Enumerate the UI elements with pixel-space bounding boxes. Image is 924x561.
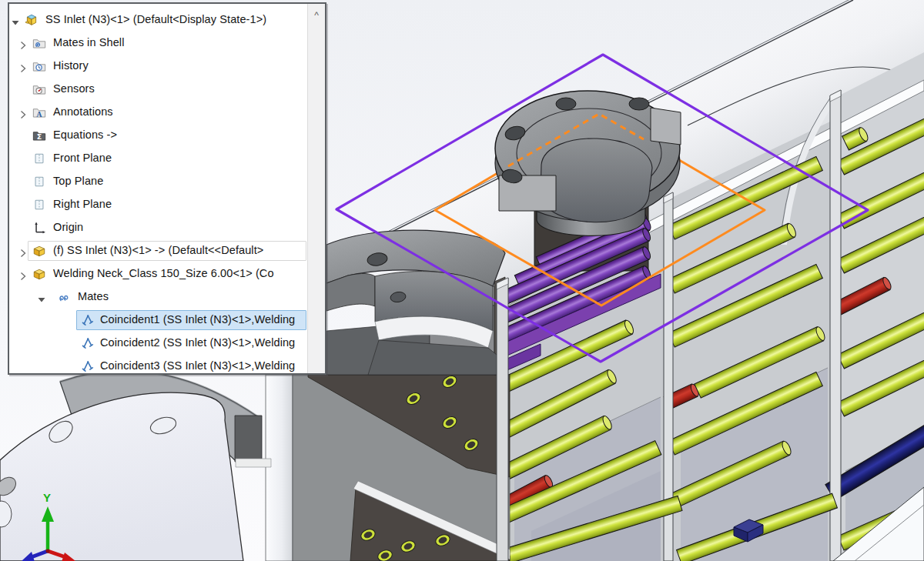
bolt-hole	[629, 98, 649, 110]
tree-item-label: (f) SS Inlet (N3)<1> -> (Default<<Defaul…	[53, 244, 263, 256]
expand-right-icon[interactable]	[18, 247, 28, 256]
tree-item-sensors[interactable]: Sensors	[9, 78, 308, 101]
tree-scrollbar[interactable]: ^	[307, 4, 325, 373]
annotations-icon: A	[32, 105, 46, 119]
svg-text:A: A	[36, 110, 42, 119]
tree-item-coincident1-ss-inlet-n3-1-we[interactable]: Coincident1 (SS Inlet (N3)<1>,Welding	[9, 309, 308, 332]
tree-item-label: History	[53, 59, 89, 72]
tree-item-label: Mates	[78, 290, 109, 302]
tree-item-label: Origin	[53, 221, 83, 233]
tree-item-label: Coincident3 (SS Inlet (N3)<1>,Welding	[100, 359, 295, 372]
tree-item-label: Right Plane	[53, 198, 112, 210]
tree-item-origin[interactable]: Origin	[9, 216, 308, 239]
history-icon	[32, 59, 46, 73]
expand-right-icon[interactable]	[18, 109, 28, 118]
part-icon	[32, 267, 46, 281]
feature-tree-panel: SS Inlet (N3)<1> (Default<Display State-…	[8, 2, 326, 375]
tree-item-coincident2-ss-inlet-n3-1-we[interactable]: Coincident2 (SS Inlet (N3)<1>,Welding	[9, 332, 308, 355]
plane-icon	[32, 175, 46, 189]
svg-text:Σ: Σ	[37, 132, 42, 141]
equations-icon: Σ	[32, 129, 46, 142]
solidworks-window: Y SS Inlet (N3)<1> (Default<Display Stat…	[0, 0, 924, 561]
sensors-icon	[32, 82, 46, 96]
baffle-edge-left[interactable]	[497, 278, 508, 561]
mates-icon	[57, 290, 71, 304]
expand-down-icon[interactable]	[37, 293, 46, 302]
tree-item-label: SS Inlet (N3)<1> (Default<Display State-…	[45, 13, 266, 25]
expand-down-icon[interactable]	[11, 16, 20, 25]
mate-icon	[81, 336, 95, 350]
feature-tree: SS Inlet (N3)<1> (Default<Display State-…	[9, 4, 308, 373]
tree-item-history[interactable]: History	[9, 55, 308, 78]
tree-item-equations-[interactable]: ΣEquations ->	[9, 124, 308, 147]
tree-item-label: Front Plane	[53, 152, 112, 164]
tree-item--f-ss-inlet-n3-1-default-def[interactable]: (f) SS Inlet (N3)<1> -> (Default<<Defaul…	[9, 239, 308, 262]
tree-item-annotations[interactable]: AAnnotations	[9, 101, 308, 124]
part-icon	[32, 244, 46, 258]
tree-item-label: Coincident2 (SS Inlet (N3)<1>,Welding	[100, 336, 295, 349]
mate-icon	[81, 313, 95, 327]
assembly-icon	[25, 13, 38, 27]
bolt-hole	[556, 98, 576, 110]
baffle-edge-right[interactable]	[830, 90, 841, 561]
expand-right-icon[interactable]	[18, 62, 28, 72]
tree-item-coincident3-ss-inlet-n3-1-we[interactable]: Coincident3 (SS Inlet (N3)<1>,Welding	[9, 355, 308, 373]
tree-item-welding-neck-class-150-size-[interactable]: Welding Neck_Class 150_Size 6.00<1> (Co	[9, 262, 308, 286]
tree-item-top-plane[interactable]: Top Plane	[9, 170, 308, 193]
expand-right-icon[interactable]	[18, 270, 28, 279]
plane-icon	[32, 198, 46, 212]
tree-item-label: Top Plane	[53, 175, 103, 187]
scroll-up-arrow[interactable]: ^	[310, 10, 323, 22]
triad-y-label: Y	[43, 491, 51, 504]
tree-item-label: Sensors	[53, 82, 95, 95]
tree-item-label: Mates in Shell	[53, 36, 124, 48]
tree-item-label: Welding Neck_Class 150_Size 6.00<1> (Co	[53, 267, 274, 279]
tree-item-label: Equations ->	[53, 129, 117, 141]
expand-right-icon[interactable]	[18, 39, 28, 48]
tree-item-label: Coincident1 (SS Inlet (N3)<1>,Welding	[100, 313, 295, 326]
plane-icon	[32, 152, 46, 165]
tree-item-front-plane[interactable]: Front Plane	[9, 147, 308, 170]
tree-item-ss-inlet-n3-1-default-displa[interactable]: SS Inlet (N3)<1> (Default<Display State-…	[9, 8, 308, 32]
tree-item-label: Annotations	[53, 105, 113, 118]
folder-clip-icon	[32, 36, 46, 50]
origin-icon	[32, 221, 46, 235]
tree-item-right-plane[interactable]: Right Plane	[9, 193, 308, 216]
tree-item-mates[interactable]: Mates	[9, 286, 308, 309]
mate-icon	[81, 359, 95, 373]
tree-item-mates-in-shell[interactable]: Mates in Shell	[9, 32, 308, 55]
